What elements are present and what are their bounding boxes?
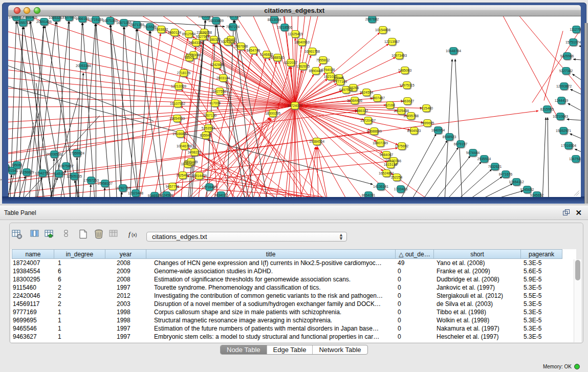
svg-text:19384554: 19384554 bbox=[309, 139, 324, 143]
svg-text:8990448: 8990448 bbox=[309, 69, 323, 72]
svg-text:9457791: 9457791 bbox=[166, 184, 180, 188]
svg-text:746266: 746266 bbox=[347, 85, 359, 89]
svg-text:15720407: 15720407 bbox=[360, 118, 376, 122]
svg-text:8813054: 8813054 bbox=[268, 17, 281, 21]
svg-text:10975867: 10975867 bbox=[58, 164, 74, 167]
svg-text:9699695: 9699695 bbox=[421, 121, 434, 124]
svg-text:8186323: 8186323 bbox=[207, 37, 221, 41]
svg-text:1615132: 1615132 bbox=[384, 162, 398, 166]
svg-text:98901: 98901 bbox=[185, 55, 194, 59]
svg-text:9245652: 9245652 bbox=[520, 187, 534, 191]
svg-text:7986322: 7986322 bbox=[355, 108, 368, 112]
svg-text:6679197: 6679197 bbox=[454, 142, 468, 145]
svg-text:10973493: 10973493 bbox=[391, 53, 407, 57]
svg-text:9474444: 9474444 bbox=[466, 150, 480, 154]
svg-text:6966160: 6966160 bbox=[76, 16, 90, 20]
svg-text:2935514: 2935514 bbox=[477, 157, 491, 160]
svg-text:14136141: 14136141 bbox=[373, 184, 388, 188]
svg-text:117004: 117004 bbox=[209, 101, 221, 104]
svg-text:16033809: 16033809 bbox=[198, 16, 213, 18]
svg-text:16524851: 16524851 bbox=[379, 171, 394, 174]
svg-text:16107552: 16107552 bbox=[170, 101, 185, 105]
svg-text:10719155: 10719155 bbox=[88, 17, 103, 21]
svg-text:252254: 252254 bbox=[391, 175, 403, 179]
svg-text:1112703: 1112703 bbox=[570, 27, 580, 31]
svg-text:15751074: 15751074 bbox=[565, 40, 581, 43]
svg-text:12213309: 12213309 bbox=[171, 84, 186, 87]
svg-text:16033809: 16033809 bbox=[208, 18, 224, 22]
svg-text:10688609: 10688609 bbox=[366, 129, 382, 133]
svg-text:10654112: 10654112 bbox=[509, 180, 524, 183]
svg-text:2867608: 2867608 bbox=[234, 44, 248, 48]
svg-text:4099489: 4099489 bbox=[184, 160, 198, 163]
svg-text:17957253: 17957253 bbox=[83, 178, 99, 182]
svg-text:3624554: 3624554 bbox=[360, 90, 374, 94]
svg-text:16210643: 16210643 bbox=[553, 114, 568, 118]
svg-text:18300295: 18300295 bbox=[265, 111, 280, 115]
svg-text:12975115: 12975115 bbox=[399, 83, 415, 86]
svg-text:12093872: 12093872 bbox=[556, 84, 572, 87]
svg-text:9115460: 9115460 bbox=[420, 106, 433, 110]
svg-text:1362615: 1362615 bbox=[296, 64, 310, 68]
svg-text:8427552: 8427552 bbox=[213, 89, 227, 93]
svg-text:20691406: 20691406 bbox=[36, 19, 52, 23]
svg-text:8471676: 8471676 bbox=[499, 172, 513, 176]
svg-text:17016504: 17016504 bbox=[561, 143, 576, 147]
svg-text:1588520: 1588520 bbox=[271, 55, 285, 59]
svg-text:8124506: 8124506 bbox=[160, 193, 173, 196]
svg-text:10154808: 10154808 bbox=[375, 28, 390, 31]
svg-text:10025438: 10025438 bbox=[394, 108, 409, 112]
svg-text:1640954: 1640954 bbox=[431, 128, 445, 132]
svg-text:12323448: 12323448 bbox=[128, 191, 143, 194]
svg-text:12213967: 12213967 bbox=[384, 39, 400, 43]
svg-text:1527602: 1527602 bbox=[62, 16, 76, 19]
svg-text:835942: 835942 bbox=[200, 133, 212, 137]
svg-text:10807487: 10807487 bbox=[369, 96, 385, 99]
svg-text:12345: 12345 bbox=[334, 76, 344, 79]
svg-text:16671355: 16671355 bbox=[102, 18, 118, 22]
svg-text:7485003: 7485003 bbox=[398, 68, 412, 72]
svg-text:19166827: 19166827 bbox=[172, 132, 188, 135]
svg-text:1167531: 1167531 bbox=[569, 157, 580, 160]
svg-text:391541: 391541 bbox=[8, 168, 18, 172]
svg-text:20691406: 20691406 bbox=[22, 16, 37, 19]
svg-text:(x): (x) bbox=[132, 232, 137, 237]
svg-text:7955812: 7955812 bbox=[316, 58, 330, 61]
svg-text:8654091: 8654091 bbox=[362, 193, 376, 196]
svg-text:16671355: 16671355 bbox=[129, 23, 144, 26]
svg-text:12942737: 12942737 bbox=[35, 171, 50, 174]
svg-text:9227342: 9227342 bbox=[559, 69, 573, 72]
svg-text:8904923: 8904923 bbox=[407, 128, 421, 132]
svg-text:8454749: 8454749 bbox=[247, 48, 260, 52]
svg-text:7857224: 7857224 bbox=[226, 25, 240, 28]
svg-text:9084067: 9084067 bbox=[380, 152, 394, 156]
svg-text:19218506: 19218506 bbox=[277, 25, 292, 29]
svg-text:14055712: 14055712 bbox=[15, 20, 31, 24]
svg-text:6322037: 6322037 bbox=[284, 60, 298, 64]
svg-text:9463627: 9463627 bbox=[401, 99, 415, 102]
svg-text:9777169: 9777169 bbox=[334, 79, 347, 83]
svg-text:11156829: 11156829 bbox=[19, 170, 34, 173]
svg-text:5546: 5546 bbox=[227, 37, 234, 41]
svg-text:16782759: 16782759 bbox=[115, 186, 130, 189]
svg-text:17359924: 17359924 bbox=[69, 151, 84, 155]
svg-text:7625402: 7625402 bbox=[176, 173, 190, 177]
svg-text:20206536: 20206536 bbox=[47, 152, 62, 156]
svg-text:9329966: 9329966 bbox=[560, 54, 574, 57]
svg-text:20053346: 20053346 bbox=[76, 63, 91, 67]
svg-text:16543382: 16543382 bbox=[188, 40, 204, 44]
svg-text:3267130: 3267130 bbox=[203, 113, 217, 117]
svg-text:5353594: 5353594 bbox=[202, 126, 215, 129]
svg-text:11325419: 11325419 bbox=[288, 32, 303, 35]
svg-text:10648784: 10648784 bbox=[446, 49, 461, 52]
svg-text:1733426: 1733426 bbox=[394, 187, 408, 190]
svg-text:62160: 62160 bbox=[385, 103, 395, 106]
svg-text:12505135: 12505135 bbox=[67, 174, 82, 178]
svg-text:8660124: 8660124 bbox=[168, 30, 182, 34]
svg-text:18724007: 18724007 bbox=[287, 103, 302, 107]
svg-text:16961758: 16961758 bbox=[304, 49, 320, 53]
svg-text:1244419: 1244419 bbox=[555, 98, 569, 102]
svg-text:9245652: 9245652 bbox=[530, 193, 544, 196]
svg-text:10653267: 10653267 bbox=[49, 16, 64, 19]
svg-text:7632621: 7632621 bbox=[488, 164, 502, 168]
